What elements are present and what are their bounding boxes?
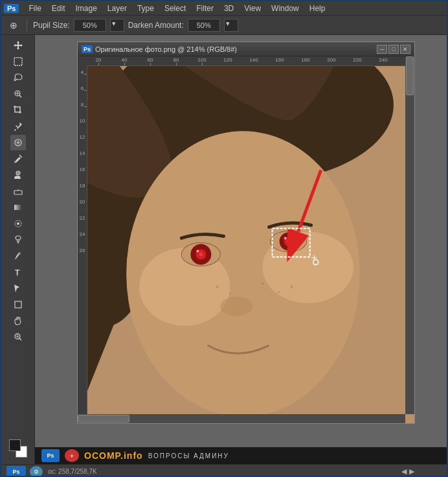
vertical-scrollbar-thumb[interactable]: [406, 56, 414, 95]
ruler-v-label-18: 18: [78, 183, 87, 189]
tool-gradient[interactable]: [10, 200, 26, 215]
menu-help[interactable]: Help: [305, 3, 330, 14]
status-nav-controls: ◀ ▶: [401, 467, 414, 476]
tool-clone-stamp[interactable]: [10, 167, 26, 183]
tool-eraser[interactable]: [10, 183, 26, 199]
toolbar-divider-1: [27, 19, 27, 32]
menu-image[interactable]: Image: [71, 3, 102, 14]
tool-dodge[interactable]: [10, 232, 26, 248]
svg-rect-6: [14, 205, 22, 210]
ruler-h-label-80: 80: [174, 57, 179, 63]
horizontal-ruler: 20 40 60 80 100 120 140 160 180 200 220 …: [87, 56, 414, 66]
status-coords: oc: 258,7/258,7K: [48, 468, 97, 475]
menu-3d[interactable]: 3D: [219, 3, 238, 14]
darken-amount-input[interactable]: [188, 19, 220, 32]
tool-healing-brush[interactable]: [10, 135, 26, 150]
tool-hand[interactable]: [10, 313, 26, 329]
svg-point-23: [199, 253, 203, 257]
document-window: Ps Оригинальное фото.png @ 214% (RGB/8#)…: [77, 41, 415, 424]
nav-prev[interactable]: ◀: [401, 467, 407, 476]
menu-bar: Ps File Edit Image Layer Type Select Fil…: [1, 1, 447, 16]
tool-icon: ⊕: [6, 18, 21, 32]
tools-panel: T: [1, 35, 35, 464]
svg-rect-11: [15, 301, 21, 308]
svg-point-24: [196, 250, 199, 253]
maximize-button[interactable]: □: [388, 45, 399, 54]
ruler-h-label-60: 60: [148, 57, 153, 63]
tool-blur[interactable]: [10, 216, 26, 231]
ruler-v-label-24: 24: [78, 231, 87, 237]
ruler-v-label-10: 10: [78, 118, 87, 124]
vertical-ruler: 4 6 8 10 12 14 16 18 20 22 24 26: [78, 66, 87, 423]
canvas-area[interactable]: Ps Оригинальное фото.png @ 214% (RGB/8#)…: [35, 35, 447, 464]
menu-select[interactable]: Select: [160, 3, 190, 14]
watermark-ps-icon: Ps: [41, 449, 60, 462]
svg-point-19: [220, 297, 252, 316]
nav-next[interactable]: ▶: [409, 467, 414, 476]
pupil-size-input[interactable]: [74, 19, 106, 32]
ruler-v-label-16: 16: [78, 167, 87, 172]
svg-point-30: [216, 286, 218, 288]
svg-text:+: +: [311, 251, 317, 263]
foreground-background-colors[interactable]: [9, 439, 27, 458]
svg-point-31: [229, 292, 231, 294]
svg-point-8: [17, 222, 19, 225]
menu-type[interactable]: Type: [133, 3, 159, 14]
tool-marquee-rect[interactable]: [10, 54, 26, 69]
app-logo: Ps: [4, 4, 19, 13]
svg-point-28: [287, 239, 291, 243]
watermark-text: OCOMP.info: [84, 450, 143, 461]
ruler-corner: [78, 56, 87, 66]
tool-pen[interactable]: [10, 248, 26, 264]
ruler-h-label-240: 240: [379, 57, 387, 63]
menu-view[interactable]: View: [240, 3, 265, 14]
document-titlebar: Ps Оригинальное фото.png @ 214% (RGB/8#)…: [78, 42, 414, 56]
close-button[interactable]: ✕: [400, 45, 410, 54]
ruler-v-label-26: 26: [78, 248, 87, 253]
status-ps-logo: Ps: [6, 466, 26, 478]
menu-layer[interactable]: Layer: [103, 3, 131, 14]
tool-move[interactable]: [10, 38, 26, 53]
svg-point-9: [16, 236, 21, 240]
pupil-size-label: Pupil Size:: [33, 21, 70, 30]
options-toolbar: ⊕ Pupil Size: ▾ Darken Amount: ▾: [1, 16, 447, 35]
tool-shape[interactable]: [10, 297, 26, 312]
tool-eyedropper[interactable]: [10, 119, 26, 134]
color-swatches: [9, 439, 27, 461]
svg-point-29: [284, 237, 287, 239]
document-controls: ─ □ ✕: [377, 45, 410, 54]
darken-amount-label: Darken Amount:: [128, 21, 184, 30]
tool-quick-select[interactable]: [10, 86, 26, 102]
svg-text:T: T: [15, 268, 20, 277]
svg-point-32: [262, 283, 264, 285]
tool-brush[interactable]: [10, 151, 26, 167]
menu-file[interactable]: File: [24, 3, 45, 14]
darken-amount-dropdown[interactable]: ▾: [224, 19, 238, 32]
svg-point-34: [291, 286, 293, 288]
tool-text[interactable]: T: [10, 264, 26, 280]
ruler-h-label-140: 140: [249, 57, 258, 63]
vertical-scrollbar[interactable]: [405, 56, 414, 414]
horizontal-scrollbar-thumb[interactable]: [78, 415, 129, 423]
tool-crop[interactable]: [10, 102, 26, 118]
svg-rect-0: [14, 58, 22, 65]
minimize-button[interactable]: ─: [377, 45, 387, 54]
ruler-h-label-160: 160: [275, 57, 284, 63]
foreground-color-swatch[interactable]: [9, 439, 21, 451]
menu-window[interactable]: Window: [267, 3, 304, 14]
ruler-h-label-100: 100: [197, 57, 206, 63]
menu-edit[interactable]: Edit: [47, 3, 70, 14]
menu-items: File Edit Image Layer Type Select Filter…: [24, 3, 330, 14]
ruler-h-label-200: 200: [327, 57, 335, 63]
ruler-v-label-14: 14: [78, 150, 87, 156]
tool-zoom[interactable]: [10, 329, 26, 345]
horizontal-scrollbar[interactable]: [78, 414, 405, 423]
ruler-v-label-20: 20: [78, 199, 87, 205]
menu-filter[interactable]: Filter: [192, 3, 218, 14]
tool-lasso[interactable]: [10, 70, 26, 86]
doc-ps-logo: Ps: [82, 45, 93, 53]
pupil-size-dropdown[interactable]: ▾: [110, 19, 124, 32]
ruler-h-label-120: 120: [223, 57, 232, 63]
tool-path-select[interactable]: [10, 281, 26, 296]
watermark-subtitle: ВОПРОСЫ АДМИНУ: [148, 452, 229, 460]
